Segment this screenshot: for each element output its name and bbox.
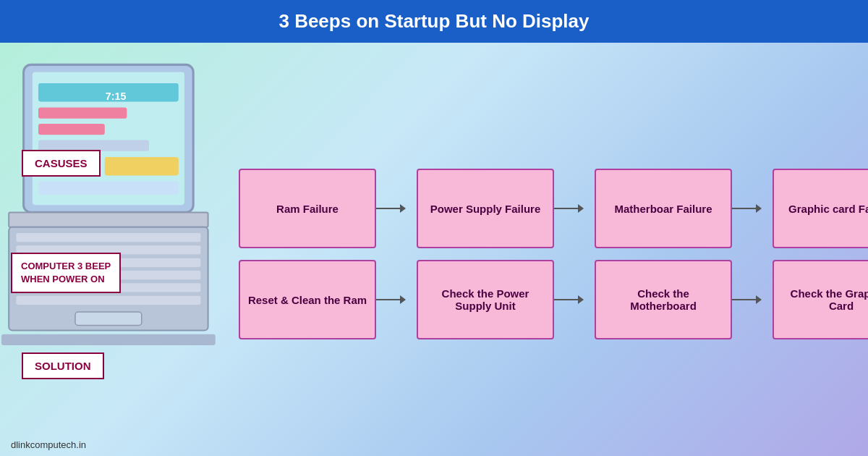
cause-ram-failure: Ram Failure — [239, 169, 376, 248]
svg-rect-12 — [16, 233, 200, 242]
page-title: 3 Beeps on Startup But No Display — [0, 10, 868, 33]
website-label: dlinkcomputech.in — [11, 439, 86, 450]
solution-check-graphics-card: Check the Graphics Card — [773, 260, 868, 339]
svg-rect-4 — [38, 124, 105, 135]
solutions-row: Reset & Clean the Ram Check the Power Su… — [239, 260, 868, 339]
svg-rect-18 — [75, 312, 142, 325]
svg-rect-17 — [16, 296, 200, 305]
solution-reset-clean-ram: Reset & Clean the Ram — [239, 260, 376, 339]
svg-rect-3 — [38, 108, 127, 119]
svg-rect-19 — [1, 334, 216, 345]
arrow-1 — [376, 208, 405, 209]
arrow-2 — [554, 208, 583, 209]
cause-motherboard-failure: Matherboar Failure — [595, 169, 732, 248]
solution-check-power-supply: Check the Power Supply Unit — [417, 260, 554, 339]
cause-power-supply-failure: Power Supply Failure — [417, 169, 554, 248]
solution-arrow-1 — [376, 299, 405, 300]
solution-arrow-3 — [732, 299, 761, 300]
computer-label: COMPUTER 3 BEEPWHEN POWER ON — [11, 253, 121, 293]
solution-check-motherboard: Check the Motherboard — [595, 260, 732, 339]
diagram-area: Ram Failure Power Supply Failure Matherb… — [231, 154, 868, 347]
svg-text:7:15: 7:15 — [106, 90, 127, 102]
svg-rect-8 — [38, 182, 179, 195]
cause-graphic-card-failure: Graphic card Failure — [773, 169, 868, 248]
header: 3 Beeps on Startup But No Display — [0, 0, 868, 43]
solution-label: SOLUTION — [22, 352, 104, 379]
laptop-illustration: 7:15 CASUSES COMPUTER 3 BEEPWHEN POWER O… — [0, 43, 231, 456]
solution-arrow-2 — [554, 299, 583, 300]
svg-rect-7 — [105, 157, 179, 176]
causes-label: CASUSES — [22, 150, 101, 177]
causes-row: Ram Failure Power Supply Failure Matherb… — [239, 169, 868, 248]
svg-rect-10 — [9, 212, 208, 227]
arrow-3 — [732, 208, 761, 209]
